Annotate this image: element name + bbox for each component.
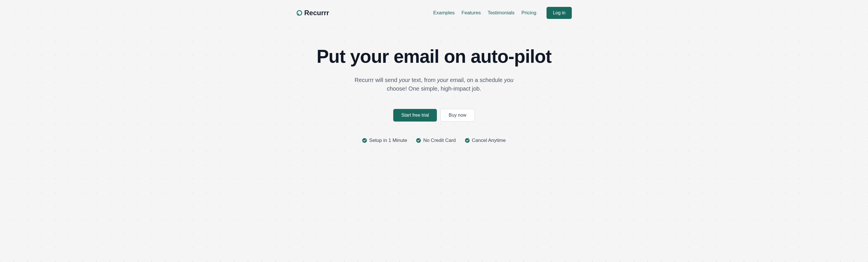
feature-label: Cancel Anytime [472,138,506,143]
hero-section: Put your email on auto-pilot Recurrr wil… [296,26,572,143]
cta-buttons: Start free trial Buy now [296,109,572,121]
hero-subtitle: Recurrr will send your text, from your e… [348,76,520,93]
check-circle-icon [465,138,470,143]
feature-item: Setup in 1 Minute [362,138,407,143]
nav-link-examples[interactable]: Examples [433,10,455,16]
feature-item: No Credit Card [416,138,456,143]
nav-link-pricing[interactable]: Pricing [521,10,536,16]
hero-title: Put your email on auto-pilot [296,46,572,67]
login-button[interactable]: Log in [547,7,572,19]
feature-label: Setup in 1 Minute [369,138,407,143]
nav-link-features[interactable]: Features [462,10,481,16]
brand-name: Recurrr [304,9,329,17]
feature-list: Setup in 1 Minute No Credit Card [296,138,572,143]
check-circle-icon [416,138,421,143]
main-nav: Examples Features Testimonials Pricing L… [433,7,572,19]
buy-now-button[interactable]: Buy now [440,109,474,121]
logo[interactable]: Recurrr [296,9,329,17]
feature-label: No Credit Card [423,138,456,143]
header: Recurrr Examples Features Testimonials P… [296,0,572,26]
nav-link-testimonials[interactable]: Testimonials [488,10,515,16]
logo-icon [296,10,303,16]
feature-item: Cancel Anytime [465,138,506,143]
check-circle-icon [362,138,367,143]
start-free-trial-button[interactable]: Start free trial [393,109,437,121]
